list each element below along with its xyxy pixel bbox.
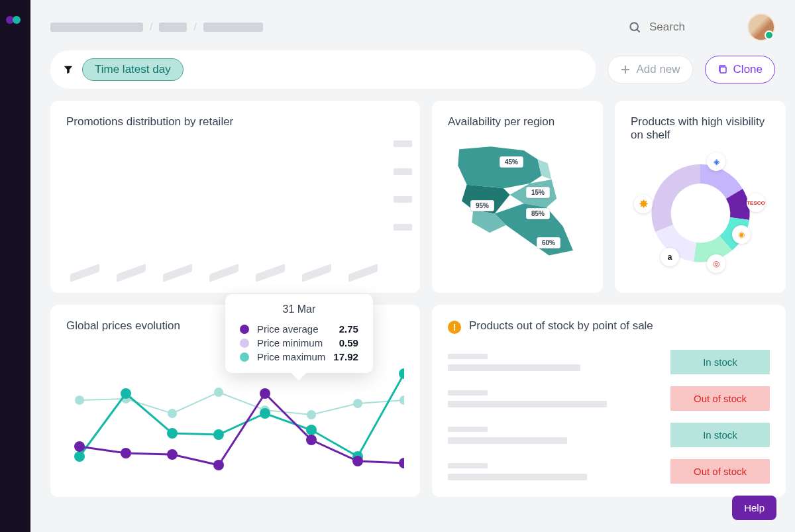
svg-point-14	[121, 388, 131, 399]
sidenav	[0, 0, 30, 532]
stock-table: In stock Out of stock In stock Out of st…	[448, 350, 770, 484]
status-out-stock: Out of stock	[670, 386, 770, 411]
svg-point-8	[214, 388, 223, 397]
availability-card: Availability per region 45% 15% 95% 85% …	[432, 101, 603, 293]
search-area[interactable]	[619, 15, 738, 39]
tooltip-avg-value: 2.75	[339, 323, 358, 335]
tooltip-min-value: 0.59	[339, 337, 358, 348]
region-map: 45% 15% 95% 85% 60%	[448, 138, 587, 277]
retailer-badge-tesco: TESCO	[747, 193, 765, 212]
add-new-button[interactable]: Add new	[608, 56, 692, 83]
tooltip-min-label: Price minimum	[257, 337, 331, 348]
retailer-badge-walmart: ✸	[634, 195, 653, 213]
table-row: Out of stock	[448, 386, 770, 411]
map-badge: 60%	[537, 237, 560, 248]
promotions-card: Promotions distribution by retailer	[50, 101, 420, 293]
svg-point-23	[167, 449, 178, 460]
toolbar: Time latest day Add new Clone	[50, 50, 775, 89]
main-content: / / Time latest day Add new Clone	[30, 0, 795, 532]
svg-point-0	[630, 23, 638, 30]
card-title: Products out of stock by point of sale	[469, 319, 653, 333]
map-badge: 85%	[526, 208, 550, 219]
svg-line-1	[637, 30, 640, 32]
online-indicator	[765, 30, 774, 40]
svg-point-5	[75, 396, 84, 405]
tooltip-max-value: 17.92	[333, 351, 358, 362]
svg-point-22	[121, 448, 131, 458]
avatar[interactable]	[747, 13, 775, 41]
clone-label: Clone	[733, 63, 763, 76]
breadcrumb-sep: /	[150, 21, 152, 33]
status-in-stock: In stock	[670, 423, 770, 447]
prices-chart: 31 Mar Price average2.75 Price minimum0.…	[66, 347, 404, 480]
status-out-stock: Out of stock	[670, 459, 770, 484]
retailer-badge-target: ◎	[707, 254, 725, 273]
filter-bar: Time latest day	[50, 50, 596, 89]
svg-point-10	[307, 410, 316, 419]
svg-rect-4	[720, 67, 726, 73]
breadcrumb-sep: /	[193, 21, 196, 33]
svg-point-17	[260, 408, 270, 419]
clone-button[interactable]: Clone	[705, 56, 775, 83]
svg-point-11	[353, 399, 362, 408]
breadcrumb-item[interactable]	[50, 23, 143, 32]
svg-point-20	[399, 368, 404, 379]
card-title: Availability per region	[448, 115, 587, 129]
svg-point-27	[352, 456, 363, 466]
tooltip-max-label: Price maximum	[257, 351, 325, 362]
card-title: Products with high visibility on shelf	[631, 115, 770, 142]
alert-icon: !	[448, 321, 461, 334]
retailer-badge-amazon: a	[661, 248, 679, 266]
card-title: Promotions distribution by retailer	[66, 115, 404, 129]
svg-point-13	[74, 451, 85, 462]
tooltip-date: 31 Mar	[240, 303, 358, 315]
svg-point-15	[167, 428, 178, 439]
svg-point-7	[168, 409, 177, 418]
svg-point-18	[306, 425, 317, 435]
map-badge: 45%	[500, 156, 523, 168]
svg-point-21	[74, 441, 85, 452]
add-new-label: Add new	[636, 63, 680, 76]
table-row: In stock	[448, 350, 770, 374]
svg-point-28	[399, 458, 404, 468]
promotions-chart	[66, 140, 404, 260]
stock-card: ! Products out of stock by point of sale…	[432, 305, 786, 497]
filter-pill-time[interactable]: Time latest day	[82, 58, 184, 81]
map-badge: 15%	[526, 187, 550, 198]
svg-point-12	[399, 396, 404, 405]
table-row: Out of stock	[448, 459, 770, 484]
retailer-badge-mercadona: ◉	[732, 225, 751, 244]
breadcrumb-item[interactable]	[203, 23, 263, 32]
status-in-stock: In stock	[670, 350, 770, 374]
tooltip-avg-label: Price average	[257, 323, 331, 335]
retailer-badge-carrefour: ◈	[707, 152, 725, 171]
plus-icon	[620, 64, 631, 75]
svg-point-24	[213, 460, 224, 470]
search-icon	[628, 21, 641, 34]
svg-point-26	[306, 435, 317, 445]
search-input[interactable]	[649, 21, 729, 34]
svg-point-25	[260, 388, 270, 399]
visibility-donut: ◈ TESCO ◉ ◎ a ✸	[641, 154, 760, 273]
breadcrumb-item[interactable]	[159, 23, 187, 32]
clone-icon	[717, 64, 728, 75]
breadcrumb: / /	[50, 21, 263, 33]
map-badge: 95%	[470, 200, 494, 211]
svg-point-16	[213, 429, 224, 440]
help-button[interactable]: Help	[732, 496, 776, 520]
table-row: In stock	[448, 423, 770, 447]
visibility-card: Products with high visibility on shelf ◈…	[615, 101, 786, 293]
logo	[6, 16, 25, 25]
chart-legend-placeholder	[394, 140, 412, 231]
chart-tooltip: 31 Mar Price average2.75 Price minimum0.…	[225, 294, 373, 373]
chart-x-labels	[66, 269, 404, 277]
header: / /	[50, 0, 775, 50]
dashboard-grid: Promotions distribution by retailer Avai…	[50, 101, 775, 497]
filter-icon[interactable]	[64, 65, 73, 74]
prices-card: Global prices evolution 31 Mar Price ave…	[50, 305, 420, 497]
